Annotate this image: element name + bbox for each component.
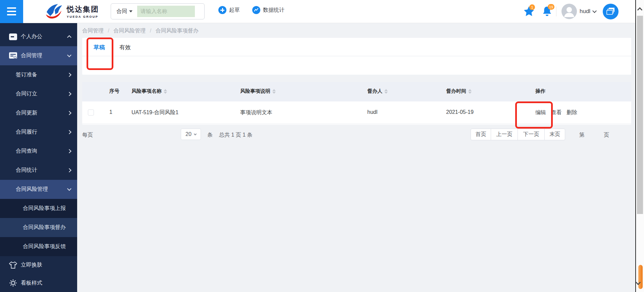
search-input[interactable] <box>137 6 195 17</box>
chevron-right-icon <box>67 92 71 96</box>
sidebar-item-change-skin[interactable]: 立即换肤 <box>0 256 77 274</box>
tshirt-icon <box>9 261 17 269</box>
delete-action[interactable]: 删除 <box>567 110 577 115</box>
sidebar-item-personal-office[interactable]: 个人办公 <box>0 27 77 46</box>
view-action[interactable]: 查看 <box>551 110 561 115</box>
chevron-down-icon <box>194 132 197 135</box>
sidebar-item-label: 个人办公 <box>21 33 42 40</box>
last-page-button[interactable]: 末页 <box>544 129 565 140</box>
header-divider <box>556 7 556 16</box>
prev-page-button[interactable]: 上一页 <box>491 129 518 140</box>
row-checkbox[interactable] <box>88 110 94 116</box>
yueda-logo-icon <box>45 3 64 19</box>
cell-supervisor: hudl <box>367 109 377 115</box>
sidebar-item-label: 合同更新 <box>16 110 37 117</box>
col-header-actions: 操作 <box>535 88 545 94</box>
sort-icon[interactable] <box>468 89 472 94</box>
personal-office-icon <box>9 33 17 41</box>
sidebar-item-risk-report[interactable]: 合同风险事项上报 <box>0 199 77 218</box>
chevron-down-icon <box>592 9 597 13</box>
table-header-row: 序号 风险事项名称 风险事项说明 督办人 督办时间 操作 <box>82 82 631 101</box>
sidebar-item-contract-conclusion[interactable]: 合同订立 <box>0 84 77 103</box>
statistics-button[interactable]: 数据统计 <box>252 6 284 14</box>
per-page-suffix: 条 <box>207 132 213 139</box>
chevron-right-icon <box>67 168 71 172</box>
favorites-badge: 1 <box>529 4 535 10</box>
col-header-seq: 序号 <box>109 88 119 94</box>
top-header: 悦达集团 YUEDA GROUP 合同 起草 数据统计 1 <box>0 0 644 23</box>
sidebar-item-label: 合同风险管理 <box>16 186 48 193</box>
sidebar-item-signing-preparation[interactable]: 签订准备 <box>0 65 77 84</box>
chevron-up-icon <box>67 35 71 40</box>
search-category-label: 合同 <box>116 8 127 15</box>
page-suffix: 页 <box>604 132 609 139</box>
scrollbar-thumb[interactable] <box>637 16 643 214</box>
sidebar-item-contract-update[interactable]: 合同更新 <box>0 103 77 123</box>
hamburger-menu-button[interactable] <box>0 0 23 23</box>
pagination-bar: 每页 20 条 总共 1 页 1 条 首页 上一页 下一页 末页 第 页 GO <box>82 129 631 142</box>
sort-icon[interactable] <box>272 89 276 94</box>
sidebar-item-label: 合同订立 <box>16 90 37 97</box>
scrollbar-orange-thumb[interactable] <box>638 265 643 289</box>
tab-valid[interactable]: 有效 <box>119 44 131 51</box>
sidebar-item-label: 立即换肤 <box>21 262 42 269</box>
tab-draft[interactable]: 草稿 <box>94 44 105 51</box>
per-page-select[interactable]: 20 <box>181 129 201 140</box>
col-header-date: 督办时间 <box>446 88 472 94</box>
first-page-button[interactable]: 首页 <box>471 129 491 140</box>
vertical-scrollbar[interactable] <box>636 0 644 292</box>
sidebar-item-label: 合同统计 <box>16 167 37 174</box>
sidebar-item-contract-query[interactable]: 合同查询 <box>0 142 77 161</box>
sidebar-item-label: 合同风险事项督办 <box>23 224 66 231</box>
edit-action[interactable]: 编辑 <box>535 110 546 115</box>
breadcrumb-item[interactable]: 合同风险管理 <box>113 28 146 33</box>
hamburger-icon <box>7 7 16 9</box>
brand-logo: 悦达集团 YUEDA GROUP <box>45 3 99 19</box>
notifications-badge: 19 <box>548 4 554 10</box>
col-header-desc: 风险事项说明 <box>240 88 276 94</box>
breadcrumb-item[interactable]: 合同管理 <box>82 28 104 33</box>
sidebar-item-label: 合同查询 <box>16 148 37 155</box>
sidebar-item-label: 合同风险事项反馈 <box>23 243 66 250</box>
sidebar-item-risk-supervision[interactable]: 合同风险事项督办 <box>0 218 77 237</box>
contract-management-icon <box>9 52 17 60</box>
caret-down-icon <box>129 10 132 12</box>
tab-bar: 草稿 有效 <box>82 38 631 56</box>
sort-icon[interactable] <box>384 89 388 94</box>
per-page-value: 20 <box>185 131 192 137</box>
apps-switcher-button[interactable] <box>603 4 619 19</box>
sidebar-item-contract-performance[interactable]: 合同履行 <box>0 123 77 142</box>
page-prefix: 第 <box>579 132 585 139</box>
chevron-right-icon <box>67 149 71 153</box>
user-menu[interactable]: hudl <box>580 8 596 15</box>
col-header-supervisor: 督办人 <box>367 88 388 94</box>
sidebar-item-contract-statistics[interactable]: 合同统计 <box>0 161 77 180</box>
breadcrumb-separator: / <box>108 28 109 33</box>
col-header-name: 风险事项名称 <box>131 88 167 94</box>
search-category-dropdown[interactable]: 合同 <box>116 8 132 15</box>
sidebar-item-contract-risk-management[interactable]: 合同风险管理 <box>0 180 77 199</box>
screen: 悦达集团 YUEDA GROUP 合同 起草 数据统计 1 <box>0 0 644 292</box>
cell-actions: 编辑 查看 删除 <box>535 109 581 116</box>
chevron-right-icon <box>67 111 71 115</box>
draft-button[interactable]: 起草 <box>218 6 240 14</box>
sidebar-item-board-style[interactable]: 看板样式 <box>0 274 77 292</box>
total-text: 总共 1 页 1 条 <box>219 132 253 139</box>
tabs-toolbar-panel: 草稿 有效 搜索 新建 <box>82 38 631 75</box>
sidebar-item-risk-feedback[interactable]: 合同风险事项反馈 <box>0 237 77 256</box>
sidebar-item-contract-management[interactable]: 合同管理 <box>0 46 77 65</box>
brand-name-en: YUEDA GROUP <box>67 15 99 18</box>
breadcrumb: 合同管理 / 合同风险管理 / 合同风险事项督办 <box>82 27 199 34</box>
cell-seq: 1 <box>109 109 112 115</box>
plus-circle-icon <box>218 6 226 14</box>
gear-icon <box>9 279 17 287</box>
breadcrumb-current: 合同风险事项督办 <box>156 28 199 33</box>
sort-icon[interactable] <box>164 89 167 94</box>
sidebar-item-label: 看板样式 <box>21 280 42 287</box>
global-search-box: 合同 <box>111 3 205 19</box>
per-page-prefix: 每页 <box>82 132 93 139</box>
user-avatar[interactable] <box>561 4 577 19</box>
scroll-up-arrow-icon[interactable] <box>637 7 643 13</box>
next-page-button[interactable]: 下一页 <box>518 129 545 140</box>
username-label: hudl <box>580 8 590 15</box>
